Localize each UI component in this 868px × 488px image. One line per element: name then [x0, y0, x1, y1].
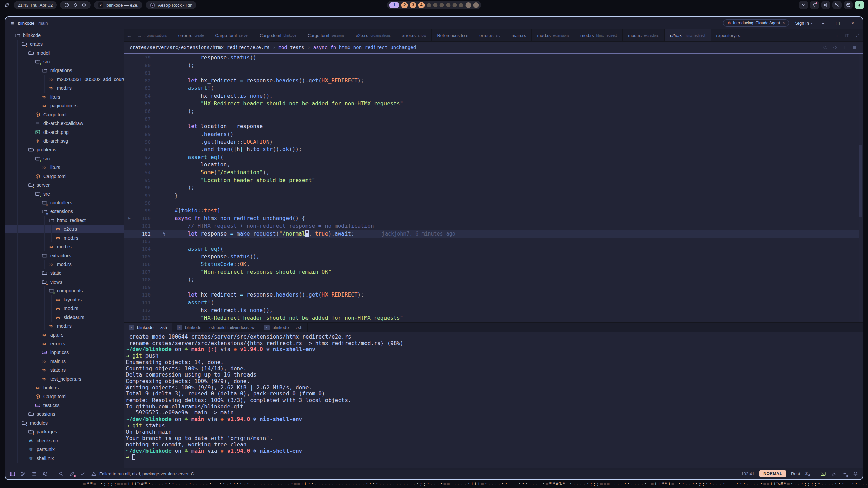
- code-line[interactable]: 90 .get(header::LOCATION): [124, 138, 863, 146]
- terminal-tab[interactable]: >_blinkode — zsh: [124, 323, 172, 332]
- code-line[interactable]: 102ϟ let response = make_request("/norma…: [124, 230, 863, 238]
- code-line[interactable]: 88 let location = response: [124, 123, 863, 130]
- editor-tab[interactable]: error.rssrc: [474, 29, 506, 41]
- terminal-icon[interactable]: [820, 471, 826, 477]
- file-tree-item[interactable]: db-arch.excalidraw: [5, 119, 124, 128]
- code-line[interactable]: 99#[tokio::test]: [124, 207, 863, 215]
- code-line[interactable]: 101 // HTMX request + non-redirect respo…: [124, 222, 863, 230]
- code-line[interactable]: 103: [124, 238, 863, 245]
- close-button[interactable]: ✕: [848, 21, 857, 26]
- code-line[interactable]: 105 response.status(),: [124, 253, 863, 261]
- workspace-dot[interactable]: [427, 3, 431, 7]
- editor-scrollbar[interactable]: [859, 54, 863, 322]
- sign-in-button[interactable]: Sign In ▾: [795, 21, 812, 26]
- code-line[interactable]: 85 "HX-Redirect header should not be add…: [124, 100, 863, 108]
- editor-tab[interactable]: mod.rshtmx_redirect: [575, 29, 623, 41]
- workspace-dot[interactable]: [459, 3, 463, 7]
- editor-tab[interactable]: Cargo.tomlblinkode: [254, 29, 302, 41]
- app-menu-icon[interactable]: ≡: [11, 20, 14, 26]
- branch-name[interactable]: main: [38, 21, 48, 26]
- file-tree-item[interactable]: crates: [5, 40, 124, 48]
- file-tree-item[interactable]: ❄shell.nix: [5, 454, 124, 463]
- system-monitors-widget[interactable]: [60, 1, 91, 9]
- file-tree-item[interactable]: Cargo.toml: [5, 172, 124, 181]
- text-cursor-icon[interactable]: [842, 45, 847, 50]
- collab-icon[interactable]: [42, 471, 48, 477]
- claude-agent-badge[interactable]: ✻ Introducing: Claude Agent ×: [723, 19, 789, 27]
- terminal-tab[interactable]: >_blinkode — zsh build-tailwindcss -w: [172, 323, 259, 332]
- owl-button[interactable]: [844, 1, 853, 9]
- code-line[interactable]: 107 "Non-redirect response should remain…: [124, 268, 863, 276]
- screenshare-cursor-button[interactable]: [855, 1, 864, 9]
- file-tree-item[interactable]: static: [5, 269, 124, 278]
- code-line[interactable]: 80 );: [124, 62, 863, 69]
- code-line[interactable]: 109: [124, 284, 863, 291]
- new-tab-button[interactable]: +: [832, 29, 842, 41]
- editor-tab[interactable]: repository.rs: [711, 29, 746, 41]
- file-tree-item[interactable]: packages: [5, 427, 124, 436]
- file-tree-item[interactable]: sessions: [5, 410, 124, 419]
- code-editor[interactable]: 79 response.status()80 );8182 let hx_red…: [124, 53, 863, 322]
- edit-prediction-icon[interactable]: [69, 471, 75, 477]
- breadcrumb[interactable]: crates/server/src/extensions/htmx_redire…: [124, 42, 863, 53]
- workspace-active[interactable]: 1: [389, 2, 399, 8]
- cursor-position[interactable]: 102:41: [741, 471, 754, 476]
- file-tree-item[interactable]: main.rs: [5, 357, 124, 366]
- code-line[interactable]: 100▶async fn htmx_non_redirect_unchanged…: [124, 215, 863, 222]
- lsp-error-status[interactable]: Failed to run nil, nixd, package-version…: [91, 471, 198, 477]
- file-tree-item[interactable]: mod.rs: [5, 260, 124, 269]
- nav-forward-button[interactable]: →: [134, 29, 144, 41]
- scrollbar-thumb[interactable]: [859, 145, 862, 217]
- file-tree-item[interactable]: controllers: [5, 198, 124, 207]
- code-line[interactable]: 87: [124, 115, 863, 123]
- editor-tab[interactable]: error.rscreate: [173, 29, 210, 41]
- editor-tab[interactable]: main.rs: [506, 29, 532, 41]
- language-selector[interactable]: Rust: [791, 471, 800, 476]
- media-widget[interactable]: Aesop Rock - Rin: [146, 1, 196, 9]
- file-tree-item[interactable]: Cargo.toml: [5, 110, 124, 119]
- file-tree-item[interactable]: ❄checks.nix: [5, 436, 124, 445]
- file-tree-item[interactable]: lib.rs: [5, 163, 124, 172]
- minimize-button[interactable]: –: [818, 21, 827, 26]
- file-tree-item[interactable]: test_helpers.rs: [5, 374, 124, 383]
- code-line[interactable]: 98: [124, 199, 863, 207]
- code-line[interactable]: 92 assert_eq!(: [124, 154, 863, 161]
- editor-tab[interactable]: mod.rsextensions: [532, 29, 575, 41]
- code-action-icon[interactable]: ϟ: [163, 230, 165, 238]
- run-test-button[interactable]: ▶: [128, 215, 131, 222]
- file-tree-item[interactable]: problems: [5, 145, 124, 154]
- editor-menu-icon[interactable]: [852, 45, 857, 50]
- file-tree-item[interactable]: e2e.rs: [5, 225, 124, 233]
- code-line[interactable]: 91 .and_then(|h| h.to_str().ok());: [124, 146, 863, 154]
- project-name[interactable]: blinkode: [18, 21, 34, 26]
- workspace-dot[interactable]: [473, 2, 479, 8]
- terminal-tab[interactable]: >_blinkode — zsh: [259, 323, 308, 332]
- code-line[interactable]: 93 location,: [124, 161, 863, 169]
- file-tree-item[interactable]: mod.rs: [5, 304, 124, 313]
- workspace-number[interactable]: 2: [401, 2, 408, 8]
- file-tree-item[interactable]: extractors: [5, 251, 124, 260]
- chevron-down-button[interactable]: [799, 1, 808, 9]
- file-tree-item[interactable]: state.rs: [5, 366, 124, 374]
- file-tree-item[interactable]: m20260331_005002_add_cours: [5, 75, 124, 84]
- code-line[interactable]: 82 let hx_redirect = response.headers().…: [124, 77, 863, 85]
- file-tree-item[interactable]: extensions: [5, 207, 124, 216]
- file-tree-item[interactable]: ❋db-arch.svg: [5, 137, 124, 145]
- file-tree-item[interactable]: CSSinput.css: [5, 348, 124, 357]
- file-tree-item[interactable]: server: [5, 181, 124, 189]
- debug-icon[interactable]: [831, 471, 837, 477]
- bell-button[interactable]: [810, 1, 819, 9]
- file-tree-item[interactable]: app.rs: [5, 330, 124, 339]
- workspace-dot[interactable]: [433, 3, 438, 7]
- search-icon[interactable]: [823, 45, 828, 50]
- project-panel[interactable]: blinkodecratesmodelsrcmigrationsm2026033…: [5, 29, 124, 468]
- code-line[interactable]: 94 Some("/destination"),: [124, 169, 863, 177]
- bell-icon[interactable]: [853, 471, 859, 477]
- code-line[interactable]: 108 );: [124, 276, 863, 284]
- file-tree-item[interactable]: lib.rs: [5, 93, 124, 101]
- workspace-dot[interactable]: [453, 3, 457, 7]
- code-line[interactable]: 79 response.status(): [124, 54, 863, 62]
- code-line[interactable]: 104 assert_eq!(: [124, 245, 863, 253]
- file-tree-item[interactable]: CSStest.css: [5, 401, 124, 410]
- code-line[interactable]: 86 );: [124, 107, 863, 115]
